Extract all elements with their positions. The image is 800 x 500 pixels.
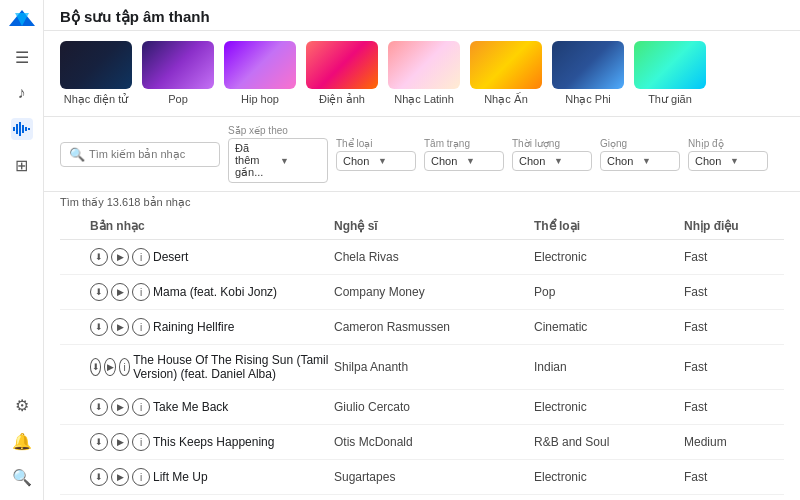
table-row[interactable]: ⬇ ▶ i The House Of The Rising Sun (Tamil… — [60, 345, 784, 390]
voice-arrow-icon: ▼ — [642, 156, 673, 166]
mood-label: Tâm trạng — [424, 138, 504, 149]
genre-thumb — [224, 41, 296, 89]
search-bottom-icon[interactable]: 🔍 — [11, 466, 33, 488]
row-controls: ⬇ ▶ i Lift Me Up — [90, 468, 334, 486]
download-button[interactable]: ⬇ — [90, 283, 108, 301]
download-button[interactable]: ⬇ — [90, 318, 108, 336]
play-button[interactable]: ▶ — [111, 318, 129, 336]
row-controls: ⬇ ▶ i Mama (feat. Kobi Jonz) — [90, 283, 334, 301]
genre-filter: Thể loại Chon ▼ — [336, 138, 416, 171]
genre-filter-label: Thể loại — [336, 138, 416, 149]
genre-item[interactable]: Hip hop — [224, 41, 296, 106]
music-icon[interactable]: ♪ — [11, 82, 33, 104]
bell-icon[interactable]: 🔔 — [11, 430, 33, 452]
tempo-name: Fast — [684, 250, 784, 264]
song-cell: ⬇ ▶ i Take Me Back — [90, 398, 334, 416]
duration-label: Thời lượng — [512, 138, 592, 149]
mood-filter: Tâm trạng Chon ▼ — [424, 138, 504, 171]
grid-icon[interactable]: ⊞ — [11, 154, 33, 176]
artist-name: Giulio Cercato — [334, 400, 534, 414]
settings-icon[interactable]: ⚙ — [11, 394, 33, 416]
info-button[interactable]: i — [132, 468, 150, 486]
svg-rect-5 — [22, 125, 24, 133]
genre-item[interactable]: Nhạc điện tử — [60, 41, 132, 106]
tempo-arrow-icon: ▼ — [730, 156, 761, 166]
info-button[interactable]: i — [132, 318, 150, 336]
genre-item[interactable]: Nhạc Phi — [552, 41, 624, 106]
tempo-name: Fast — [684, 470, 784, 484]
genre-bar: Nhạc điện tử Pop Hip hop Điện ảnh Nhạc L… — [44, 31, 800, 117]
song-cell: ⬇ ▶ i Lift Me Up — [90, 468, 334, 486]
found-count: Tìm thấy 13.618 bản nhạc — [44, 192, 800, 213]
genre-select[interactable]: Chon ▼ — [336, 151, 416, 171]
voice-select[interactable]: Chon ▼ — [600, 151, 680, 171]
tempo-select[interactable]: Chon ▼ — [688, 151, 768, 171]
table-row[interactable]: ⬇ ▶ i Mama (feat. Kobi Jonz) Company Mon… — [60, 275, 784, 310]
play-button[interactable]: ▶ — [111, 398, 129, 416]
genre-item[interactable]: Pop — [142, 41, 214, 106]
sort-filter: Sắp xếp theo Đã thêm gần... ▼ — [228, 125, 328, 183]
menu-icon[interactable]: ☰ — [11, 46, 33, 68]
genre-item[interactable]: Điện ảnh — [306, 41, 378, 106]
table-row[interactable]: ⬇ ▶ i Desert Chela Rivas Electronic Fast — [60, 240, 784, 275]
play-button[interactable]: ▶ — [111, 248, 129, 266]
table-row[interactable]: ⬇ ▶ i Lift Me Up Sugartapes Electronic F… — [60, 460, 784, 495]
genre-item[interactable]: Thư giãn — [634, 41, 706, 106]
genre-name: Electronic — [534, 250, 684, 264]
genre-thumb — [470, 41, 542, 89]
download-button[interactable]: ⬇ — [90, 433, 108, 451]
row-controls: ⬇ ▶ i Desert — [90, 248, 334, 266]
svg-rect-2 — [13, 127, 15, 131]
sort-select[interactable]: Đã thêm gần... ▼ — [228, 138, 328, 183]
genre-item[interactable]: Nhạc Latinh — [388, 41, 460, 106]
table-row[interactable]: ⬇ ▶ i Raining Hellfire Cameron Rasmussen… — [60, 310, 784, 345]
sort-arrow-icon: ▼ — [280, 156, 321, 166]
page-title: Bộ sưu tập âm thanh — [60, 8, 784, 26]
genre-name: Electronic — [534, 470, 684, 484]
download-button[interactable]: ⬇ — [90, 468, 108, 486]
duration-select[interactable]: Chon ▼ — [512, 151, 592, 171]
song-table: Bản nhạc Nghệ sĩ Thể loại Nhịp điệu ⬇ ▶ … — [44, 213, 800, 500]
waveform-icon[interactable] — [11, 118, 33, 140]
search-input[interactable] — [89, 148, 209, 160]
table-row[interactable]: ⬇ ▶ i This Keeps Happening Otis McDonald… — [60, 425, 784, 460]
checkbox-col-header — [60, 219, 90, 233]
row-controls: ⬇ ▶ i The House Of The Rising Sun (Tamil… — [90, 353, 334, 381]
info-button[interactable]: i — [132, 433, 150, 451]
genre-thumb — [552, 41, 624, 89]
sidebar-bottom: ⚙ 🔔 🔍 — [11, 394, 33, 500]
song-name: Mama (feat. Kobi Jonz) — [153, 285, 277, 299]
row-controls: ⬇ ▶ i Take Me Back — [90, 398, 334, 416]
info-button[interactable]: i — [132, 248, 150, 266]
song-cell: ⬇ ▶ i The House Of The Rising Sun (Tamil… — [90, 353, 334, 381]
genre-label: Nhạc Phi — [565, 93, 611, 106]
mood-value: Chon — [431, 155, 462, 167]
main-content: Bộ sưu tập âm thanh Nhạc điện tử Pop Hip… — [44, 0, 800, 500]
table-row[interactable]: ⬇ ▶ i Take Me Back Giulio Cercato Electr… — [60, 390, 784, 425]
info-button[interactable]: i — [119, 358, 130, 376]
genre-name: Electronic — [534, 400, 684, 414]
song-name: Take Me Back — [153, 400, 228, 414]
duration-value: Chon — [519, 155, 550, 167]
svg-rect-4 — [19, 122, 21, 136]
info-button[interactable]: i — [132, 398, 150, 416]
download-button[interactable]: ⬇ — [90, 358, 101, 376]
play-button[interactable]: ▶ — [111, 433, 129, 451]
tempo-name: Medium — [684, 435, 784, 449]
tempo-name: Fast — [684, 360, 784, 374]
genre-label: Nhạc Latinh — [394, 93, 454, 106]
play-button[interactable]: ▶ — [104, 358, 115, 376]
sort-value: Đã thêm gần... — [235, 142, 276, 179]
play-button[interactable]: ▶ — [111, 283, 129, 301]
table-header: Bản nhạc Nghệ sĩ Thể loại Nhịp điệu — [60, 213, 784, 240]
play-button[interactable]: ▶ — [111, 468, 129, 486]
sidebar: ☰ ♪ ⊞ ⚙ 🔔 🔍 — [0, 0, 44, 500]
download-button[interactable]: ⬇ — [90, 248, 108, 266]
download-button[interactable]: ⬇ — [90, 398, 108, 416]
genre-arrow-icon: ▼ — [378, 156, 409, 166]
genre-item[interactable]: Nhạc Ấn — [470, 41, 542, 106]
info-button[interactable]: i — [132, 283, 150, 301]
mood-select[interactable]: Chon ▼ — [424, 151, 504, 171]
search-box[interactable]: 🔍 — [60, 142, 220, 167]
genre-value: Chon — [343, 155, 374, 167]
